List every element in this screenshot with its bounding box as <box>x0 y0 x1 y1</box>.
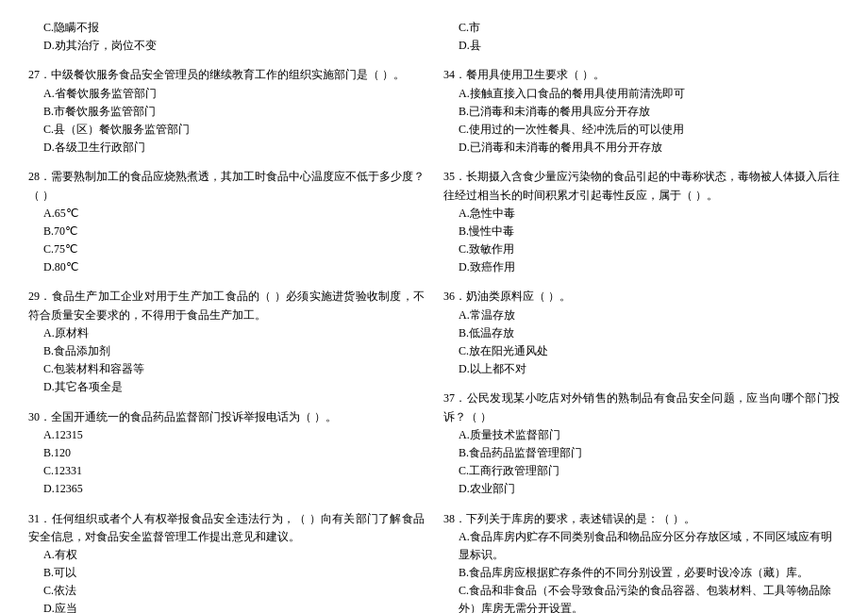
question-28-title: 28．需要熟制加工的食品应烧熟煮透，其加工时食品中心温度应不低于多少度？（ ） <box>28 168 425 204</box>
q38-option-c: C.食品和非食品（不会导致食品污染的食品容器、包装材料、工具等物品除外）库房无需… <box>443 582 840 613</box>
question-36: 36．奶油类原料应（ ）。 A.常温存放 B.低温存放 C.放在阳光通风处 D.… <box>443 288 840 378</box>
q27-option-b: B.市餐饮服务监管部门 <box>28 103 425 121</box>
q29-option-b: B.食品添加剂 <box>28 342 425 360</box>
q38-option-b: B.食品库房应根据贮存条件的不同分别设置，必要时设冷冻（藏）库。 <box>443 564 840 582</box>
q37-option-c: C.工商行政管理部门 <box>443 462 840 480</box>
left-column: C.隐瞒不报 D.劝其治疗，岗位不变 27．中级餐饮服务食品安全管理员的继续教育… <box>28 19 425 613</box>
q28-option-c: C.75℃ <box>28 240 425 258</box>
question-37: 37．公民发现某小吃店对外销售的熟制品有食品安全问题，应当向哪个部门投诉？（ ）… <box>443 389 840 498</box>
q31-option-b: B.可以 <box>28 564 425 582</box>
option-d-hidden: D.劝其治疗，岗位不变 <box>28 37 425 55</box>
q31-option-a: A.有权 <box>28 546 425 564</box>
question-28: 28．需要熟制加工的食品应烧熟煮透，其加工时食品中心温度应不低于多少度？（ ） … <box>28 168 425 276</box>
q34-option-b: B.已消毒和未消毒的餐用具应分开存放 <box>443 103 840 121</box>
q30-option-d: D.12365 <box>28 480 425 498</box>
q29-option-c: C.包装材料和容器等 <box>28 360 425 378</box>
question-35: 35．长期摄入含食少量应污染物的食品引起的中毒称状态，毒物被人体摄入后往往经过相… <box>443 168 840 276</box>
q37-option-b: B.食品药品监督管理部门 <box>443 444 840 462</box>
question-36-title: 36．奶油类原料应（ ）。 <box>443 288 840 306</box>
question-31-title: 31．任何组织或者个人有权举报食品安全违法行为，（ ）向有关部门了解食品安全信息… <box>28 510 425 546</box>
q35-option-a: A.急性中毒 <box>443 205 840 223</box>
q34-option-a: A.接触直接入口食品的餐用具使用前清洗即可 <box>443 85 840 103</box>
q35-option-b: B.慢性中毒 <box>443 223 840 240</box>
question-38: 38．下列关于库房的要求，表述错误的是：（ ）。 A.食品库房内贮存不同类别食品… <box>443 510 840 614</box>
q36-option-b: B.低温存放 <box>443 324 840 342</box>
q36-option-a: A.常温存放 <box>443 306 840 324</box>
q34-option-c: C.使用过的一次性餐具、经冲洗后的可以使用 <box>443 121 840 139</box>
q36-option-d: D.以上都不对 <box>443 360 840 378</box>
q30-option-a: A.12315 <box>28 426 425 444</box>
question-30: 30．全国开通统一的食品药品监督部门投诉举报电话为（ ）。 A.12315 B.… <box>28 408 425 499</box>
q31-option-d: D.应当 <box>28 600 425 613</box>
prev-q-options-right: C.市 D.县 <box>443 19 840 55</box>
question-34-title: 34．餐用具使用卫生要求（ ）。 <box>443 66 840 84</box>
q28-option-a: A.65℃ <box>28 205 425 223</box>
q35-option-d: D.致癌作用 <box>443 258 840 276</box>
q29-option-a: A.原材料 <box>28 324 425 342</box>
q27-option-a: A.省餐饮服务监管部门 <box>28 85 425 103</box>
q28-option-b: B.70℃ <box>28 223 425 240</box>
q28-option-d: D.80℃ <box>28 258 425 276</box>
question-29: 29．食品生产加工企业对用于生产加工食品的（ ）必须实施进货验收制度，不符合质量… <box>28 288 425 396</box>
question-34: 34．餐用具使用卫生要求（ ）。 A.接触直接入口食品的餐用具使用前清洗即可 B… <box>443 66 840 157</box>
prev-q-options: C.隐瞒不报 D.劝其治疗，岗位不变 <box>28 19 425 55</box>
question-31: 31．任何组织或者个人有权举报食品安全违法行为，（ ）向有关部门了解食品安全信息… <box>28 510 425 614</box>
option-c-hidden: C.隐瞒不报 <box>28 19 425 37</box>
q29-option-d: D.其它各项全是 <box>28 378 425 396</box>
q27-option-c: C.县（区）餐饮服务监管部门 <box>28 121 425 139</box>
question-37-title: 37．公民发现某小吃店对外销售的熟制品有食品安全问题，应当向哪个部门投诉？（ ） <box>443 389 840 425</box>
q30-option-b: B.120 <box>28 444 425 462</box>
question-38-title: 38．下列关于库房的要求，表述错误的是：（ ）。 <box>443 510 840 528</box>
q31-option-c: C.依法 <box>28 582 425 600</box>
question-35-title: 35．长期摄入含食少量应污染物的食品引起的中毒称状态，毒物被人体摄入后往往经过相… <box>443 168 840 204</box>
q38-option-a: A.食品库房内贮存不同类别食品和物品应分区分存放区域，不同区域应有明显标识。 <box>443 528 840 564</box>
page-container: C.隐瞒不报 D.劝其治疗，岗位不变 27．中级餐饮服务食品安全管理员的继续教育… <box>28 19 840 613</box>
question-29-title: 29．食品生产加工企业对用于生产加工食品的（ ）必须实施进货验收制度，不符合质量… <box>28 288 425 323</box>
q27-option-d: D.各级卫生行政部门 <box>28 139 425 157</box>
option-d-county: D.县 <box>443 37 840 55</box>
q30-option-c: C.12331 <box>28 462 425 480</box>
question-30-title: 30．全国开通统一的食品药品监督部门投诉举报电话为（ ）。 <box>28 408 425 426</box>
q35-option-c: C.致敏作用 <box>443 240 840 258</box>
q37-option-d: D.农业部门 <box>443 480 840 498</box>
question-27-title: 27．中级餐饮服务食品安全管理员的继续教育工作的组织实施部门是（ ）。 <box>28 66 425 84</box>
option-c-city: C.市 <box>443 19 840 37</box>
q34-option-d: D.已消毒和未消毒的餐用具不用分开存放 <box>443 139 840 157</box>
right-column: C.市 D.县 34．餐用具使用卫生要求（ ）。 A.接触直接入口食品的餐用具使… <box>443 19 840 613</box>
q37-option-a: A.质量技术监督部门 <box>443 426 840 444</box>
q36-option-c: C.放在阳光通风处 <box>443 342 840 360</box>
question-27: 27．中级餐饮服务食品安全管理员的继续教育工作的组织实施部门是（ ）。 A.省餐… <box>28 66 425 157</box>
